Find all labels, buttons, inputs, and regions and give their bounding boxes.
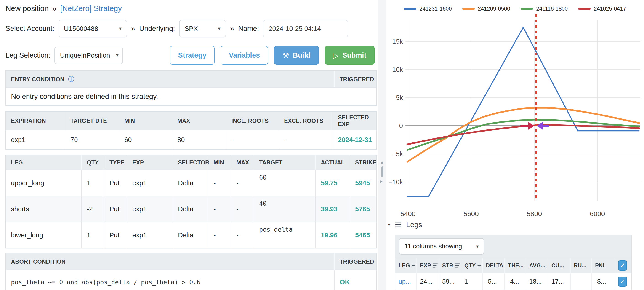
legs-header-cell[interactable]: LEG bbox=[395, 258, 416, 273]
leg-type-cell: Put bbox=[104, 222, 127, 248]
separator: » bbox=[230, 25, 234, 33]
underlying-label: Underlying: bbox=[139, 25, 175, 33]
expiration-header-cell: MAX bbox=[172, 112, 226, 130]
leg-header-cell: MIN bbox=[208, 155, 231, 170]
legs-header-label: EXP bbox=[420, 262, 431, 269]
legs-checkbox-cell: ✓ bbox=[614, 273, 630, 290]
leg-header-cell: SELECTOR bbox=[172, 155, 208, 170]
leg-leg-cell: shorts bbox=[6, 196, 81, 222]
underlying-select-value: SPX bbox=[185, 25, 198, 33]
leg-name-link[interactable]: up... bbox=[395, 273, 416, 290]
leg-header-cell: TARGET bbox=[254, 155, 315, 170]
legs-header-cell[interactable]: QTY bbox=[461, 258, 482, 273]
abort-condition-status: OK bbox=[334, 270, 376, 290]
leg-header-cell: STRIKE bbox=[350, 155, 376, 170]
legs-cell: 59... bbox=[438, 273, 461, 290]
selected-exp-link[interactable]: 2024-12-31 bbox=[332, 130, 376, 149]
y-tick-label: 15k bbox=[392, 38, 403, 45]
legs-table-row: up...24...59...1-5...-4...18...17...-$..… bbox=[395, 273, 632, 290]
leg-strike-cell[interactable]: 5465 bbox=[350, 222, 376, 248]
entry-condition-header-cell: ENTRY CONDITION ⓘ bbox=[6, 71, 334, 87]
collapse-caret-icon[interactable]: ▾ bbox=[388, 222, 390, 227]
legend-item[interactable]: 241116-1800 bbox=[520, 6, 568, 12]
leg-type-cell: Put bbox=[104, 196, 127, 222]
entry-condition-title: ENTRY CONDITION bbox=[11, 76, 64, 83]
leg-exp-cell: exp1 bbox=[127, 222, 172, 248]
legs-cell: 17... bbox=[548, 273, 570, 290]
legend-label: 241231-1600 bbox=[419, 6, 452, 12]
legs-header-cell[interactable]: STR bbox=[438, 258, 461, 273]
legs-cell bbox=[570, 273, 592, 290]
account-select[interactable]: U15600488 ▾ bbox=[58, 20, 127, 37]
strategy-button-label: Strategy bbox=[178, 51, 206, 60]
sort-icon bbox=[478, 263, 482, 268]
row-checkbox[interactable]: ✓ bbox=[618, 276, 627, 286]
expiration-cell: - bbox=[226, 130, 278, 149]
legend-item[interactable]: 241025-0417 bbox=[578, 6, 626, 12]
breadcrumb: New position » [NetZero] Strategy bbox=[6, 4, 376, 13]
legend-swatch bbox=[578, 8, 590, 10]
expiration-cell: 70 bbox=[65, 130, 119, 149]
name-input-value: 2024-10-25 04:14 bbox=[268, 25, 321, 33]
legend-item[interactable]: 241231-1600 bbox=[404, 6, 452, 12]
leg-actual-cell: 19.96 bbox=[315, 222, 350, 248]
leg-qty-cell: -2 bbox=[81, 196, 104, 222]
legs-header-label: QTY bbox=[464, 262, 476, 269]
leg-target-cell: 60 bbox=[254, 170, 315, 196]
strategy-link[interactable]: [NetZero] Strategy bbox=[60, 4, 122, 13]
abort-condition-title: ABORT CONDITION bbox=[6, 253, 334, 270]
leg-strike-cell[interactable]: 5945 bbox=[350, 170, 376, 196]
strategy-button[interactable]: Strategy bbox=[170, 46, 214, 65]
leg-row: upper_long1Putexp1Delta--6059.755945 bbox=[6, 170, 376, 196]
legend-swatch bbox=[404, 8, 416, 10]
leg-header-cell: TYPE bbox=[104, 155, 127, 170]
y-tick-label: −5k bbox=[392, 150, 403, 158]
payoff-chart[interactable]: 15k10k5k0−5k−10k5400560058006000 bbox=[386, 0, 644, 217]
leg-target-cell: pos_delta bbox=[254, 222, 315, 248]
variables-button[interactable]: Variables bbox=[220, 46, 268, 65]
underlying-select[interactable]: SPX ▾ bbox=[179, 20, 226, 37]
columns-showing-select[interactable]: 11 columns showing ▾ bbox=[399, 238, 484, 254]
legend-swatch bbox=[520, 8, 533, 10]
entry-condition-table: ENTRY CONDITION ⓘ TRIGGERED No entry con… bbox=[6, 71, 377, 106]
build-button[interactable]: ⚒ Build bbox=[274, 46, 318, 65]
legs-header-cell: THE... bbox=[504, 258, 526, 273]
legs-header-label: LEG bbox=[398, 262, 410, 269]
chevron-down-icon: ▾ bbox=[116, 52, 118, 58]
splitter-drag-handle[interactable] bbox=[381, 166, 383, 177]
name-input[interactable]: 2024-10-25 04:14 bbox=[263, 20, 348, 37]
collapse-right-icon[interactable]: ▸ bbox=[380, 178, 382, 184]
legs-panel-toolbar: 11 columns showing ▾ bbox=[395, 235, 632, 258]
strategy-editor-pane: New position » [NetZero] Strategy Select… bbox=[0, 0, 378, 290]
legs-header-label: STR bbox=[442, 262, 453, 269]
legs-section-header[interactable]: ▾ ☰ Legs bbox=[388, 220, 422, 229]
leg-selector-cell: Delta bbox=[172, 222, 208, 248]
legs-header-label: AVG... bbox=[529, 262, 545, 269]
app-root: New position » [NetZero] Strategy Select… bbox=[0, 0, 644, 290]
chevron-down-icon: ▾ bbox=[476, 243, 478, 249]
leg-actual-cell: 39.93 bbox=[315, 196, 350, 222]
entry-condition-empty-row: No entry conditions are defined in this … bbox=[6, 87, 376, 105]
legs-header-cell[interactable]: EXP bbox=[416, 258, 438, 273]
legend-item[interactable]: 241209-0500 bbox=[462, 6, 510, 12]
leg-row: shorts-2Putexp1Delta--4039.935765 bbox=[6, 196, 376, 222]
collapse-left-icon[interactable]: ◂ bbox=[380, 160, 382, 165]
info-icon[interactable]: ⓘ bbox=[68, 75, 74, 83]
breadcrumb-current: New position bbox=[6, 4, 49, 13]
right-arrow-head bbox=[528, 122, 534, 130]
expiration-table-header: EXPIRATIONTARGET DTEMINMAXINCL. ROOTSEXC… bbox=[6, 112, 376, 130]
leg-selection-select[interactable]: UniqueInPosition ▾ bbox=[54, 47, 123, 64]
leg-exp-cell: exp1 bbox=[127, 196, 172, 222]
expiration-cell: - bbox=[278, 130, 332, 149]
submit-button[interactable]: ▷ Submit bbox=[325, 46, 374, 65]
select-account-label: Select Account: bbox=[6, 25, 54, 33]
legs-panel: 11 columns showing ▾ LEGEXPSTRQTYDELTATH… bbox=[395, 235, 632, 290]
legs-header-label: PNL bbox=[595, 262, 606, 269]
pane-splitter[interactable]: ◂ ▸ bbox=[378, 0, 386, 290]
x-tick-label: 6000 bbox=[590, 210, 605, 217]
legs-cell: 24... bbox=[416, 273, 438, 290]
sort-icon bbox=[412, 263, 416, 268]
leg-strike-cell[interactable]: 5765 bbox=[350, 196, 376, 222]
select-all-checkbox[interactable]: ✓ bbox=[618, 260, 627, 270]
select-all-header-cell[interactable]: ✓ bbox=[614, 258, 630, 273]
